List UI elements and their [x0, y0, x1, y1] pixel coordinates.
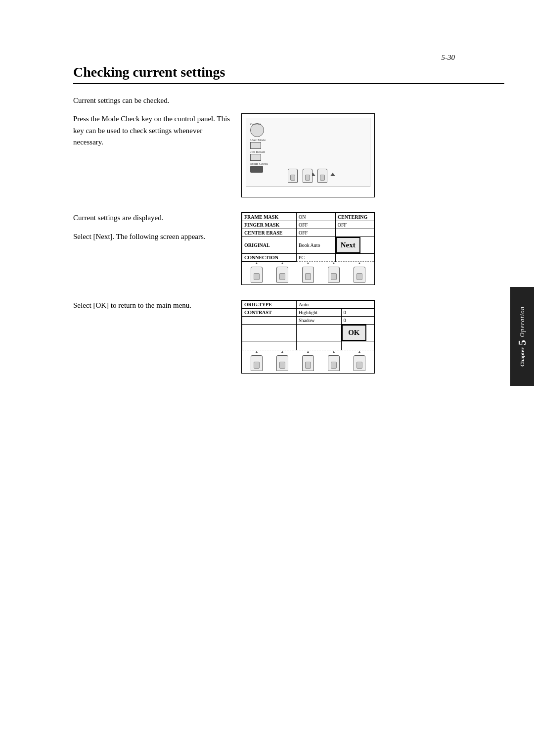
page-number: 5-30 — [442, 53, 455, 62]
user-mode-label: User Mode — [250, 138, 266, 142]
screen1-btn-1[interactable] — [251, 267, 263, 283]
paragraph-5: Select [OK] to return to the main menu. — [73, 300, 231, 311]
table-row: OK — [242, 325, 374, 341]
table-row: CENTER ERASE OFF — [242, 229, 374, 237]
control-panel-diagram: Contrast User Mode Job Recall Mode Check — [241, 113, 375, 197]
table-row: CONNECTION PC — [242, 254, 374, 262]
next-button[interactable]: Next — [336, 237, 360, 253]
table-row: CONTRAST Highlight 0 — [242, 309, 374, 317]
ok-button[interactable]: OK — [342, 325, 366, 341]
screen1-btn-4[interactable] — [328, 267, 340, 283]
triangle-3 — [330, 173, 335, 176]
chapter-operation-label: Operation — [518, 306, 526, 337]
screen2-btn-3[interactable] — [302, 355, 314, 371]
screen2-btn-2[interactable] — [276, 355, 288, 371]
screen1-btn-5[interactable] — [354, 267, 365, 283]
table-row: ORIGINAL Book Auto Next — [242, 237, 374, 254]
paragraph-3: Current settings are displayed. — [73, 212, 231, 224]
paragraph-1: Current settings can be checked. — [73, 95, 261, 106]
table-row: FINGER MASK OFF OFF — [242, 221, 374, 229]
screen1-buttons — [242, 262, 374, 284]
soft-key-2[interactable] — [303, 169, 312, 183]
soft-key-1[interactable] — [288, 169, 298, 183]
screen2-buttons — [242, 350, 374, 373]
soft-key-3[interactable] — [317, 169, 327, 183]
paragraph-2: Press the Mode Check key on the control … — [73, 113, 231, 148]
settings-screen-2: ORIG.TYPE Auto CONTRAST Highlight 0 Shad… — [241, 300, 375, 374]
table-row — [242, 341, 374, 350]
page-title: Checking current settings — [73, 64, 504, 84]
screen1-btn-3[interactable] — [302, 267, 314, 283]
job-recall-btn — [250, 154, 261, 161]
screen1-btn-2[interactable] — [276, 267, 288, 283]
mode-check-label: Mode Check — [250, 162, 268, 166]
screen2-btn-5[interactable] — [354, 355, 365, 371]
table-row: FRAME MASK ON CENTERING — [242, 213, 374, 221]
job-recall-label: Job Recall — [250, 150, 265, 154]
screen2-btn-1[interactable] — [251, 355, 263, 371]
table-row: ORIG.TYPE Auto — [242, 301, 374, 309]
screen2-btn-4[interactable] — [328, 355, 340, 371]
paragraph-4: Select [Next]. The following screen appe… — [73, 231, 231, 242]
chapter-word: Chapter — [519, 347, 525, 367]
user-mode-btn — [250, 142, 261, 149]
mode-check-btn — [250, 166, 263, 173]
chapter-number: 5 — [516, 340, 529, 345]
table-row: Shadow 0 — [242, 317, 374, 325]
settings-screen-1: FRAME MASK ON CENTERING FINGER MASK OFF … — [241, 212, 375, 285]
contrast-label: Contrast — [250, 122, 261, 126]
chapter-tab: Operation 5 Chapter — [510, 287, 534, 386]
